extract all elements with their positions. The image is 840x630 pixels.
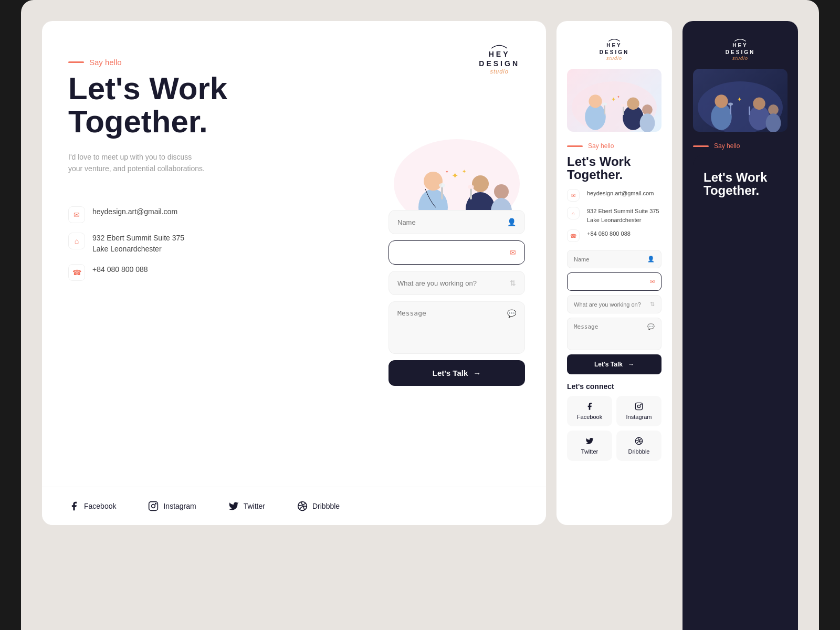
twitter-icon xyxy=(228,500,239,512)
svg-point-16 xyxy=(155,503,156,505)
illustration-dark: ✦ xyxy=(693,69,788,132)
dribbble-grid-icon xyxy=(635,437,643,445)
brand-studio: studio xyxy=(490,68,508,75)
card-dark: HEYDESIGN studio ✦ Say h xyxy=(682,21,798,630)
svg-point-8 xyxy=(468,185,474,189)
facebook-link[interactable]: Facebook xyxy=(68,500,116,512)
facebook-grid-item[interactable]: Facebook xyxy=(567,396,612,426)
svg-text:✦: ✦ xyxy=(617,94,620,99)
facebook-icon xyxy=(68,500,80,512)
logo-arch-icon xyxy=(489,42,510,49)
instagram-icon xyxy=(148,500,159,512)
project-input[interactable] xyxy=(397,279,510,287)
svg-point-37 xyxy=(715,94,728,108)
social-grid-medium: Facebook Instagram Twitter Dribbble xyxy=(567,396,662,461)
card-large: HEYDESIGN studio Say hello Let's WorkTog… xyxy=(42,21,546,525)
svg-rect-25 xyxy=(623,107,624,115)
email-field[interactable]: heydesign.art@gmail.com ✉ xyxy=(388,240,525,265)
user-icon-medium: 👤 xyxy=(647,256,655,262)
svg-point-6 xyxy=(439,183,445,187)
svg-point-22 xyxy=(627,98,639,110)
message-icon-medium: 💬 xyxy=(647,323,655,330)
address-item-medium: ⌂ 932 Ebert Summit Suite 375Lake Leonard… xyxy=(567,207,662,224)
svg-rect-23 xyxy=(604,105,605,114)
logo-arch-dark-icon xyxy=(732,37,748,42)
project-input-medium[interactable] xyxy=(574,301,650,308)
name-input[interactable] xyxy=(397,218,507,226)
email-field-medium[interactable]: heydesign.art@gmail.com ✉ xyxy=(567,272,662,291)
chevron-icon: ⇅ xyxy=(510,279,516,287)
message-icon: 💬 xyxy=(507,309,516,318)
phone-item-medium: ☎ +84 080 800 088 xyxy=(567,229,662,242)
dribbble-grid-item[interactable]: Dribbble xyxy=(616,430,662,461)
brand-studio-medium: studio xyxy=(606,56,622,61)
user-icon: 👤 xyxy=(507,218,516,226)
logo-arch-medium-icon xyxy=(606,37,622,42)
message-input[interactable] xyxy=(397,309,507,346)
svg-rect-7 xyxy=(470,188,472,200)
project-field[interactable]: ⇅ xyxy=(388,271,525,295)
project-field-medium[interactable]: ⇅ xyxy=(567,295,662,313)
email-icon-medium: ✉ xyxy=(567,189,580,202)
form-medium: 👤 heydesign.art@gmail.com ✉ ⇅ 💬 Let's Ta… xyxy=(567,250,662,374)
svg-point-26 xyxy=(621,104,626,107)
logo-medium: HEYDESIGN studio xyxy=(567,37,662,61)
svg-point-30 xyxy=(640,113,655,132)
svg-point-32 xyxy=(637,405,640,408)
twitter-grid-item[interactable]: Twitter xyxy=(567,430,612,461)
svg-text:✦: ✦ xyxy=(611,96,616,102)
address-icon-medium: ⌂ xyxy=(567,207,580,219)
svg-point-4 xyxy=(472,175,489,192)
form-section: 👤 heydesign.art@gmail.com ✉ ⇅ 💬 Let's Ta… xyxy=(388,210,525,386)
brand-studio-dark: studio xyxy=(732,56,748,61)
say-hello-line-dark xyxy=(693,145,709,147)
name-field[interactable]: 👤 xyxy=(388,210,525,234)
instagram-grid-item[interactable]: Instagram xyxy=(616,396,662,426)
svg-rect-14 xyxy=(149,502,158,511)
instagram-link[interactable]: Instagram xyxy=(148,500,196,512)
address-icon: ⌂ xyxy=(68,233,85,249)
email-item-medium: ✉ heydesign.art@gmail.com xyxy=(567,189,662,202)
address-text: 932 Ebert Summit Suite 375Lake Leonardch… xyxy=(92,233,184,255)
svg-point-20 xyxy=(589,94,602,108)
brand-name-medium: HEYDESIGN xyxy=(600,42,629,56)
twitter-link[interactable]: Twitter xyxy=(228,500,265,512)
message-field-medium[interactable]: 💬 xyxy=(567,318,662,350)
connect-title-medium: Let's connect xyxy=(567,382,662,391)
email-input-medium[interactable]: heydesign.art@gmail.com xyxy=(574,279,650,285)
svg-rect-40 xyxy=(730,105,731,114)
heading-dark: Let's WorkTogether. xyxy=(693,155,798,630)
lets-talk-button-medium[interactable]: Let's Talk → xyxy=(567,354,662,374)
say-hello-dark: Say hello xyxy=(693,142,788,150)
email-input[interactable]: heydesign.art@gmail.com xyxy=(397,249,510,257)
dribbble-link[interactable]: Dribbble xyxy=(297,500,340,512)
lets-talk-button[interactable]: Let's Talk → xyxy=(388,360,525,386)
email-field-icon: ✉ xyxy=(510,248,516,257)
brand-name-dark: HEYDESIGN xyxy=(726,42,755,56)
address-text-medium: 932 Ebert Summit Suite 375Lake Leonardch… xyxy=(587,207,659,224)
svg-point-39 xyxy=(753,98,765,110)
message-input-medium[interactable] xyxy=(574,323,647,344)
svg-point-44 xyxy=(768,104,779,115)
email-field-icon-medium: ✉ xyxy=(650,278,655,285)
chevron-icon-medium: ⇅ xyxy=(650,301,655,308)
say-hello-line-medium xyxy=(567,145,583,147)
heading-medium: Let's WorkTogether. xyxy=(567,155,662,181)
svg-point-41 xyxy=(728,103,733,106)
illustration-medium: ✦ ✦ xyxy=(567,69,662,132)
say-hello-text-medium: Say hello xyxy=(588,142,614,150)
name-field-medium[interactable]: 👤 xyxy=(567,250,662,268)
social-bar: Facebook Instagram Twitter Dribbble xyxy=(42,487,546,525)
email-icon: ✉ xyxy=(68,206,85,223)
email-text-medium: heydesign.art@gmail.com xyxy=(587,189,654,198)
message-field[interactable]: 💬 xyxy=(388,301,525,354)
svg-rect-5 xyxy=(441,186,443,200)
instagram-grid-icon xyxy=(635,402,643,411)
dark-illus-svg: ✦ xyxy=(693,69,788,132)
twitter-grid-icon xyxy=(585,437,594,445)
name-input-medium[interactable] xyxy=(574,256,647,262)
dribbble-icon xyxy=(297,500,308,512)
medium-illus-svg: ✦ ✦ xyxy=(567,69,662,132)
svg-point-24 xyxy=(602,103,607,106)
svg-point-2 xyxy=(424,172,443,191)
